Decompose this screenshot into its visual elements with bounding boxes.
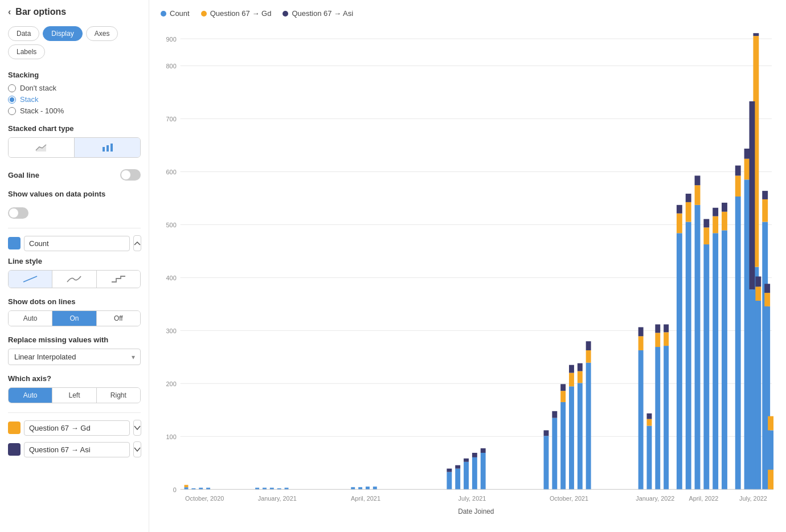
bar-15-count (455, 469, 460, 490)
y-label-0: 0 (173, 486, 177, 493)
chart-type-area[interactable] (9, 138, 74, 157)
y-label-600: 600 (166, 169, 177, 175)
divider-2 (8, 412, 141, 413)
line-step[interactable] (96, 271, 140, 288)
stacking-options: Don't stack Stack Stack - 100% (8, 84, 141, 115)
dots-on[interactable]: On (52, 311, 96, 326)
bar-14-count (447, 472, 452, 490)
tab-data[interactable]: Data (8, 26, 39, 41)
axis-auto[interactable]: Auto (9, 388, 52, 403)
line-style-row (8, 270, 141, 288)
dots-auto[interactable]: Auto (9, 311, 52, 326)
series-count-color[interactable] (8, 237, 21, 249)
dots-row: Auto On Off (8, 310, 141, 326)
show-values-toggle[interactable] (8, 207, 28, 219)
bar-23-count (578, 383, 583, 489)
show-values-label: Show values on data points (8, 190, 105, 198)
bar-r1-gd (755, 287, 761, 301)
radio-stack-input[interactable] (8, 96, 16, 104)
axis-left[interactable]: Left (52, 388, 96, 403)
bar-30-gd (686, 202, 691, 222)
chart-container: 0 100 200 300 400 500 600 (161, 24, 775, 521)
radio-stack100[interactable]: Stack - 100% (8, 107, 141, 115)
tab-display[interactable]: Display (43, 26, 82, 41)
bar-31-gd (695, 185, 701, 205)
back-button[interactable]: ‹ (8, 7, 11, 17)
bar-27-count (655, 347, 660, 489)
series-count-expand[interactable] (133, 235, 141, 251)
series-gd-expand[interactable] (133, 420, 141, 436)
legend-gd-label: Question 67 → Gd (210, 9, 272, 18)
bar-13-count (373, 486, 377, 489)
which-axis-label: Which axis? (8, 374, 141, 383)
line-curved[interactable] (52, 271, 96, 288)
bar-24-count (586, 363, 591, 490)
series-count-row (8, 235, 141, 251)
y-label-800: 800 (166, 63, 177, 69)
series-asi-input[interactable] (24, 442, 130, 457)
bar-1-gd (185, 485, 189, 487)
bar-14-asi (447, 469, 452, 472)
tab-axes[interactable]: Axes (86, 26, 118, 41)
radio-none[interactable]: Don't stack (8, 84, 141, 92)
bar-peak1-asi (749, 101, 755, 289)
replace-missing-label: Replace missing values with (8, 335, 141, 344)
bar-37-asi (753, 33, 759, 36)
series-gd-color[interactable] (8, 421, 21, 434)
goal-line-toggle[interactable] (120, 169, 141, 181)
bar-16-count (464, 462, 469, 489)
replace-missing-select[interactable]: Linear Interpolated (8, 349, 141, 365)
legend-count-label: Count (170, 9, 190, 18)
bar-10-count (351, 487, 355, 489)
bar-30-asi (686, 194, 691, 202)
replace-missing-dropdown[interactable]: Linear Interpolated (8, 349, 141, 365)
bar-26-gd (646, 419, 652, 426)
sidebar: ‹ Bar options Data Display Axes Labels S… (0, 0, 149, 532)
bar-36-count (744, 179, 750, 489)
bar-24-gd (586, 350, 591, 363)
legend-gd: Question 67 → Gd (201, 9, 272, 18)
series-asi-color[interactable] (8, 443, 21, 456)
x-axis-labels: October, 2020 January, 2021 April, 2021 … (185, 495, 767, 502)
dots-off[interactable]: Off (96, 311, 140, 326)
bar-36-gd (744, 159, 750, 180)
bar-1-count (185, 487, 189, 489)
radio-none-label: Don't stack (20, 84, 56, 92)
y-label-700: 700 (166, 116, 177, 122)
svg-rect-1 (103, 147, 105, 152)
radio-none-input[interactable] (8, 84, 16, 92)
bar-18-asi (481, 448, 486, 453)
chart-type-bar[interactable] (74, 138, 140, 157)
bar-11-count (358, 487, 362, 489)
bar-29-gd (677, 214, 682, 234)
bar-33-asi (713, 208, 718, 216)
bar-29-asi (677, 205, 682, 214)
series-count-input[interactable] (24, 236, 130, 251)
dots-label: Show dots on lines (8, 297, 141, 306)
series-asi-expand[interactable] (133, 441, 141, 457)
bar-23-gd (578, 371, 583, 383)
sidebar-header: ‹ Bar options (8, 7, 141, 17)
radio-stack100-input[interactable] (8, 107, 16, 115)
bar-34-count (722, 230, 727, 489)
series-gd-input[interactable] (24, 420, 130, 436)
bar-25-count (638, 350, 644, 489)
radio-stack[interactable]: Stack (8, 95, 141, 104)
x-label-jul2022: July, 2022 (739, 495, 767, 502)
bar-r1-asi (755, 276, 761, 287)
bar-29-count (677, 233, 682, 489)
bar-26-asi (646, 414, 652, 419)
chevron-down-icon-asi (134, 447, 141, 452)
bar-34-asi (722, 203, 727, 212)
bar-30-count (686, 222, 691, 489)
x-label-jan2022: January, 2022 (636, 495, 674, 502)
axis-right[interactable]: Right (96, 388, 140, 403)
bar-28-gd (664, 332, 669, 346)
bar-21-count (560, 402, 566, 489)
line-straight[interactable] (9, 271, 52, 288)
y-label-400: 400 (166, 275, 177, 281)
tab-labels[interactable]: Labels (8, 44, 45, 59)
line-style-label: Line style (8, 257, 141, 265)
bar-32-count (703, 244, 709, 489)
bar-last-gd (768, 416, 773, 431)
